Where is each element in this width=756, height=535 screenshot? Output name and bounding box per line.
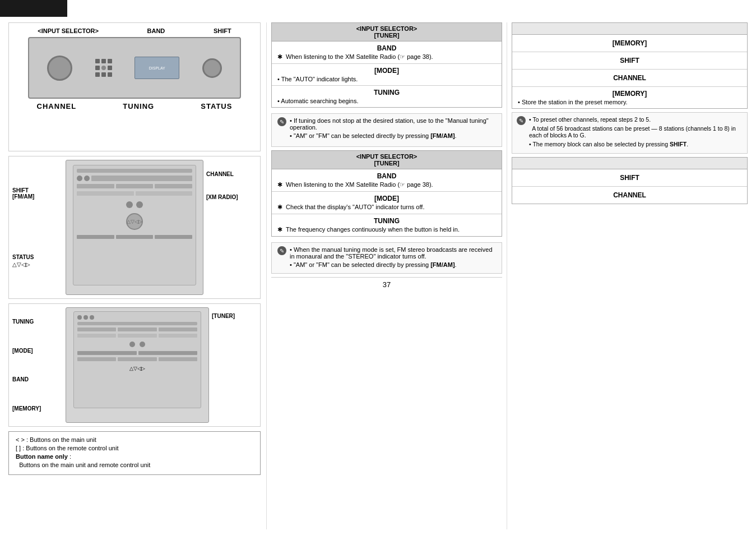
note-icon-area-1: ✎ • If tuning does not stop at the desir…	[277, 117, 496, 141]
right-note-2: A total of 56 broadcast stations can be …	[529, 125, 743, 139]
note-icon-area-2: ✎ • When the manual tuning mode is set, …	[277, 246, 496, 270]
top-diagram: <INPUT SELECTOR> BAND SHIFT	[8, 22, 261, 151]
content-area: <INPUT SELECTOR> BAND SHIFT	[0, 17, 756, 535]
section-1-band-row: BAND ✱ When listening to the XM Satellit…	[272, 41, 502, 64]
legend-text-4: Buttons on the main unit and remote cont…	[19, 462, 150, 468]
bot-diagram: TUNING [MODE] BAND [MEMORY]	[8, 303, 261, 427]
knob-left	[47, 56, 72, 81]
input-selector-label: <INPUT SELECTOR>	[38, 27, 99, 34]
right-column: [MEMORY] SHIFT CHANNEL [MEMORY] • Store …	[507, 22, 748, 529]
tuning-label-top: TUNING	[123, 102, 154, 110]
right-note-block: ✎ • To preset other channels, repeat ste…	[512, 112, 748, 154]
right-shift-row-2: SHIFT	[512, 169, 747, 187]
legend-line-3: Button name only :	[16, 453, 253, 460]
section-1-mode-body: • The "AUTO" indicator lights.	[277, 76, 496, 82]
legend-line-4: Buttons on the main unit and remote cont…	[16, 462, 253, 468]
section-2-mode-row: [MODE] ✱ Check that the display's "AUTO"…	[272, 192, 502, 214]
right-note-3: • The memory block can also be selected …	[529, 141, 743, 147]
section-2-tuning-body: ✱ The frequency changes continuously whe…	[277, 226, 496, 233]
channel-label-top: CHANNEL	[37, 102, 77, 110]
right-channel-row-2: CHANNEL	[512, 187, 747, 204]
section-1-band-body: ✱ When listening to the XM Satellite Rad…	[277, 53, 496, 61]
right-note-content: • To preset other channels, repeat steps…	[529, 116, 743, 150]
channel-label-right-2: CHANNEL	[613, 191, 646, 199]
pencil-icon-2: ✎	[277, 246, 286, 255]
page-number: 37	[271, 277, 502, 292]
section-1-mode-row: [MODE] • The "AUTO" indicator lights.	[272, 64, 502, 86]
section-2-tuning-row: TUNING ✱ The frequency changes continuou…	[272, 214, 502, 236]
right-section-1-empty-header	[512, 23, 747, 35]
main-unit-device: DISPLAY	[28, 37, 241, 99]
mid-right-labels: CHANNEL [XM RADIO]	[206, 160, 257, 295]
channel-label-right-1: CHANNEL	[613, 74, 646, 82]
shift-label-right-2: SHIFT	[620, 174, 639, 182]
shift-label-right-1: SHIFT	[620, 57, 639, 64]
memory-label-1: [MEMORY]	[613, 39, 647, 47]
right-channel-row-1: CHANNEL	[512, 70, 747, 87]
right-memory-sub-row: [MEMORY] • Store the station in the pres…	[512, 87, 747, 108]
right-note-icon-area: ✎ • To preset other channels, repeat ste…	[517, 116, 743, 150]
section-2: <INPUT SELECTOR> [TUNER] BAND ✱ When lis…	[271, 150, 502, 237]
middle-column: <INPUT SELECTOR> [TUNER] BAND ✱ When lis…	[266, 22, 507, 529]
mid-device-img: △▽◁▷	[66, 160, 203, 295]
note-content-1: • If tuning does not stop at the desired…	[290, 117, 496, 141]
legend-line-1: < > : Buttons on the main unit	[16, 436, 253, 443]
right-section-1: [MEMORY] SHIFT CHANNEL [MEMORY] • Store …	[512, 22, 748, 109]
right-memory-row-1: [MEMORY]	[512, 35, 747, 52]
memory-bot-label: [MEMORY]	[12, 405, 63, 412]
bot-left-labels: TUNING [MODE] BAND [MEMORY]	[12, 307, 63, 423]
section-1-header: <INPUT SELECTOR> [TUNER]	[272, 23, 502, 41]
channel-tuning-status: CHANNEL TUNING STATUS	[13, 102, 256, 110]
legend-line-2: [ ] : Buttons on the remote control unit	[16, 445, 253, 451]
note-block-1: ✎ • If tuning does not stop at the desir…	[271, 113, 502, 147]
status-mid-label: STATUS △▽◁▷	[12, 254, 63, 268]
top-diagram-labels: <INPUT SELECTOR> BAND SHIFT	[13, 27, 256, 34]
section-2-mode-body: ✱ Check that the display's "AUTO" indica…	[277, 204, 496, 211]
band-label-top: BAND	[147, 27, 165, 34]
display-area: DISPLAY	[134, 57, 179, 79]
mode-bot-label: [MODE]	[12, 348, 63, 354]
section-2-band-body: ✱ When listening to the XM Satellite Rad…	[277, 181, 496, 188]
tuning-bot-label: TUNING	[12, 319, 63, 325]
pencil-icon: ✎	[277, 117, 286, 126]
page: <INPUT SELECTOR> BAND SHIFT	[0, 0, 756, 535]
knob-right	[202, 58, 222, 78]
section-2-header: <INPUT SELECTOR> [TUNER]	[272, 151, 502, 169]
mid-diagram: SHIFT [FM/AM] STATUS △▽◁▷	[8, 156, 261, 299]
legend-sym-2: [ ]	[16, 445, 21, 451]
shift-fm-am-label: SHIFT [FM/AM]	[12, 187, 63, 200]
legend-bold: Button name only	[16, 453, 68, 460]
legend-colon: :	[68, 453, 71, 460]
section-1-tuning-body: • Automatic searching begins.	[277, 98, 496, 104]
controls-mid	[95, 59, 112, 77]
page-num-text: 37	[383, 280, 391, 289]
status-label-top: STATUS	[201, 102, 232, 110]
right-section-2-empty-header	[512, 158, 747, 169]
section-2-band-row: BAND ✱ When listening to the XM Satellit…	[272, 169, 502, 192]
right-section-2: SHIFT CHANNEL	[512, 157, 748, 204]
legend-sym-1: < >	[16, 436, 25, 443]
bot-arrows: △▽◁▷	[77, 366, 198, 371]
note-block-2: ✎ • When the manual tuning mode is set, …	[271, 242, 502, 274]
bot-device-img: △▽◁▷	[66, 307, 209, 423]
band-bot-label: BAND	[12, 376, 63, 382]
top-bar	[0, 0, 67, 17]
legend-text-2: : Buttons on the remote control unit	[22, 445, 118, 451]
mid-left-labels: SHIFT [FM/AM] STATUS △▽◁▷	[12, 160, 63, 295]
right-memory-sub-body: • Store the station in the preset memory…	[518, 99, 741, 105]
section-1: <INPUT SELECTOR> [TUNER] BAND ✱ When lis…	[271, 22, 502, 108]
legend-box: < > : Buttons on the main unit [ ] : But…	[8, 431, 261, 475]
shift-label-top: SHIFT	[214, 27, 231, 34]
section-1-tuning-row: TUNING • Automatic searching begins.	[272, 86, 502, 107]
right-shift-row-1: SHIFT	[512, 52, 747, 70]
left-column: <INPUT SELECTOR> BAND SHIFT	[8, 22, 266, 529]
note-content-2: • When the manual tuning mode is set, FM…	[290, 246, 496, 270]
pencil-icon-right: ✎	[517, 116, 526, 125]
legend-text-1: : Buttons on the main unit	[26, 436, 96, 443]
tuner-label: [TUNER]	[212, 307, 257, 423]
right-note-1: • To preset other channels, repeat steps…	[529, 116, 743, 123]
